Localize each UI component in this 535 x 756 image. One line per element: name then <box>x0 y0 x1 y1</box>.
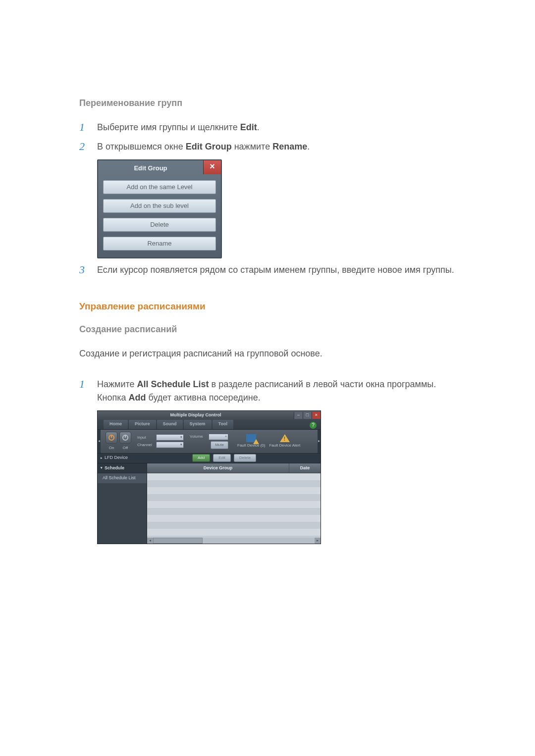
mdc-window: Multiple Display Control – □ × Home Pict… <box>97 410 321 544</box>
fault-device-button[interactable]: Fault Device (0) <box>237 434 265 449</box>
edit-group-dialog: Edit Group × Add on the same Level Add o… <box>97 159 222 258</box>
mdc-sidebar: ▾ Schedule All Schedule List <box>98 463 147 544</box>
tab-tool[interactable]: Tool <box>213 419 233 429</box>
sidebar-schedule-label: Schedule <box>105 465 124 472</box>
heading-manage-schedules: Управление расписаниями <box>79 300 456 314</box>
help-icon[interactable]: ? <box>310 422 317 429</box>
tab-system[interactable]: System <box>184 419 212 429</box>
volume-field[interactable]: + <box>209 434 228 440</box>
edit-group-body: Add on the same Level Add on the sub lev… <box>98 180 221 251</box>
sidebar-item-all-schedule-list[interactable]: All Schedule List <box>98 473 147 484</box>
lfd-device-label: LFD Device <box>105 454 128 461</box>
delete-button[interactable]: Delete <box>103 218 216 232</box>
text: нажмите <box>232 142 272 151</box>
fault-block: Fault Device (0) Fault Device Alert <box>237 434 300 449</box>
rename-steps-continued: 3 Если курсор появляется рядом со старым… <box>79 263 456 281</box>
fault-device-label: Fault Device (0) <box>237 443 265 449</box>
rename-button[interactable]: Rename <box>103 237 216 251</box>
add-same-level-button[interactable]: Add on the same Level <box>103 180 216 194</box>
tab-home[interactable]: Home <box>104 419 128 429</box>
plus-icon: + <box>225 434 227 440</box>
lfd-device-header[interactable]: ▸ LFD Device <box>101 454 128 461</box>
step-number: 3 <box>79 263 88 276</box>
table-header: Device Group Date <box>147 463 321 474</box>
power-icon <box>122 434 129 441</box>
edit-group-title: Edit Group <box>98 160 203 174</box>
scroll-thumb[interactable] <box>153 538 203 544</box>
power-on-button[interactable] <box>106 432 117 444</box>
step-text: В открывшемся окне Edit Group нажмите Re… <box>97 140 310 153</box>
maximize-button[interactable]: □ <box>303 412 312 419</box>
scroll-left-button[interactable]: ◂ <box>147 538 153 544</box>
sidebar-schedule-header[interactable]: ▾ Schedule <box>98 463 147 474</box>
scroll-right-button[interactable]: ▸ <box>315 538 321 544</box>
horizontal-scrollbar[interactable]: ◂ ▸ <box>147 538 321 544</box>
power-group: On Off <box>106 432 131 451</box>
tab-sound[interactable]: Sound <box>157 419 183 429</box>
step-text: Выберите имя группы и щелкните Edit. <box>97 121 260 134</box>
column-device-group: Device Group <box>147 463 289 473</box>
edit-button[interactable]: Edit <box>213 454 231 462</box>
channel-label: Channel <box>137 442 155 448</box>
rename-label: Rename <box>272 142 307 151</box>
step-number: 1 <box>79 121 88 134</box>
input-channel-block: Input ▾ Channel ▾ <box>137 434 184 448</box>
window-controls: – □ × <box>294 412 321 419</box>
fault-alert-label: Fault Device Alert <box>269 443 300 449</box>
schedule-intro: Создание и регистрация расписаний на гру… <box>79 347 456 360</box>
text: . <box>307 142 310 151</box>
step-text: Нажмите All Schedule List в разделе расп… <box>97 378 456 404</box>
tab-picture[interactable]: Picture <box>129 419 156 429</box>
chevron-down-icon: ▾ <box>180 435 182 440</box>
power-on-label: On <box>106 445 117 451</box>
input-label: Input <box>137 435 155 441</box>
edit-group-label: Edit Group <box>186 142 232 151</box>
add-button[interactable]: Add <box>192 454 210 462</box>
input-select[interactable]: ▾ <box>156 434 184 441</box>
text: В открывшемся окне <box>97 142 186 151</box>
edit-label: Edit <box>240 122 257 132</box>
close-button[interactable]: × <box>312 412 321 419</box>
mdc-tabs: Home Picture Sound System Tool <box>98 420 321 430</box>
power-off-label: Off <box>119 445 131 451</box>
warning-icon <box>280 434 290 442</box>
ribbon-nav-right[interactable]: ▸ <box>318 430 321 453</box>
step-number: 2 <box>79 140 88 153</box>
close-button[interactable]: × <box>203 160 221 174</box>
add-label: Add <box>128 393 146 403</box>
chevron-down-icon: ▾ <box>101 465 103 471</box>
schedule-steps: 1 Нажмите All Schedule List в разделе ра… <box>79 378 456 404</box>
mdc-titlebar: Multiple Display Control – □ × <box>98 411 321 420</box>
mdc-body: ▾ Schedule All Schedule List Device Grou… <box>98 463 321 544</box>
edit-group-titlebar: Edit Group × <box>98 160 221 174</box>
add-sub-level-button[interactable]: Add on the sub level <box>103 199 216 213</box>
chevron-down-icon: ▾ <box>180 442 182 448</box>
all-schedule-list-label: All Schedule List <box>137 379 209 389</box>
mdc-title: Multiple Display Control <box>98 412 294 419</box>
chevron-right-icon: ▸ <box>101 455 103 461</box>
rename-steps: 1 Выберите имя группы и щелкните Edit. 2… <box>79 121 456 153</box>
volume-block: Volume + Mute <box>190 434 228 449</box>
text: Нажмите <box>97 379 137 389</box>
heading-rename-groups: Переименование групп <box>79 97 456 110</box>
minimize-button[interactable]: – <box>294 412 303 419</box>
monitor-warning-icon <box>246 434 256 442</box>
channel-select[interactable]: ▾ <box>156 442 184 448</box>
table-rows <box>147 473 321 538</box>
text: . <box>257 122 260 132</box>
mdc-ribbon: ◂ On Off Input ▾ <box>98 430 321 454</box>
volume-label: Volume <box>190 434 208 440</box>
text: будет активна посередине. <box>146 393 260 403</box>
step-text: Если курсор появляется рядом со старым и… <box>97 263 454 277</box>
power-icon <box>108 434 115 441</box>
power-off-button[interactable] <box>119 432 131 444</box>
text: Выберите имя группы и щелкните <box>97 122 240 132</box>
mute-button[interactable]: Mute <box>211 441 228 449</box>
ribbon-nav-left[interactable]: ◂ <box>98 430 101 453</box>
heading-create-schedules: Создание расписаний <box>79 323 456 336</box>
delete-button[interactable]: Delete <box>234 454 256 462</box>
column-date: Date <box>289 463 321 473</box>
scroll-track[interactable] <box>153 538 315 544</box>
fault-alert-button[interactable]: Fault Device Alert <box>269 434 300 449</box>
action-bar: ▸ LFD Device Add Edit Delete <box>98 454 321 463</box>
